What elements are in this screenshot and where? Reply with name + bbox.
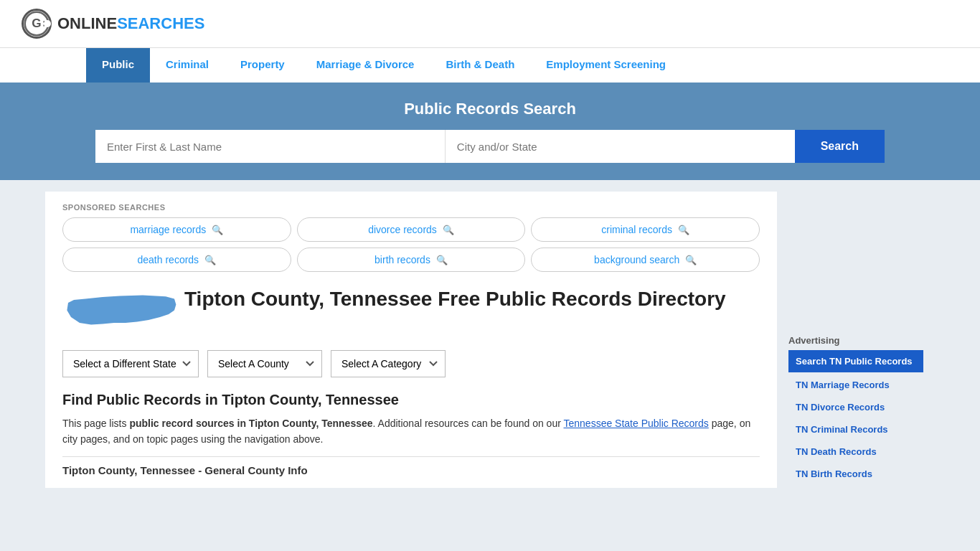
sidebar-link-birth[interactable]: TN Birth Records [788, 463, 923, 485]
general-info-title: Tipton County, Tennessee - General Count… [62, 464, 760, 476]
logo-online: ONLINE [57, 14, 117, 32]
sponsored-label-divorce: divorce records [368, 224, 437, 235]
county-dropdown[interactable]: Select A County [207, 350, 322, 377]
sponsored-item-divorce[interactable]: divorce records 🔍 [297, 217, 526, 242]
sponsored-grid: marriage records 🔍 divorce records 🔍 cri… [62, 217, 760, 272]
content-area: SPONSORED SEARCHES marriage records 🔍 di… [45, 192, 777, 488]
logo: G ONLINESEARCHES [22, 9, 204, 39]
svg-text:G: G [32, 16, 41, 30]
location-input[interactable] [446, 130, 795, 163]
sidebar-link-divorce[interactable]: TN Divorce Records [788, 396, 923, 418]
search-icon-divorce: 🔍 [443, 225, 454, 235]
sponsored-label-marriage: marriage records [130, 224, 206, 235]
county-section: Tipton County, Tennessee Free Public Rec… [62, 286, 760, 339]
state-dropdown[interactable]: Select a Different State [62, 350, 199, 377]
sponsored-label-death: death records [138, 254, 199, 265]
category-dropdown[interactable]: Select A Category [331, 350, 446, 377]
search-banner: Public Records Search Search [0, 83, 980, 180]
find-link[interactable]: Tennessee State Public Records [563, 418, 708, 429]
sidebar-link-death[interactable]: TN Death Records [788, 441, 923, 463]
sidebar-highlighted-link[interactable]: Search TN Public Records [788, 350, 923, 372]
nav-item-employment[interactable]: Employment Screening [530, 48, 682, 83]
find-text: This page lists public record sources in… [62, 415, 760, 448]
search-button[interactable]: Search [795, 130, 885, 163]
main-nav: Public Criminal Property Marriage & Divo… [0, 47, 980, 83]
sponsored-item-death[interactable]: death records 🔍 [62, 248, 291, 272]
search-form: Search [95, 130, 885, 163]
county-title-container: Tipton County, Tennessee Free Public Rec… [184, 286, 726, 312]
search-icon-birth: 🔍 [436, 255, 448, 265]
nav-item-public[interactable]: Public [86, 48, 150, 83]
main-layout: SPONSORED SEARCHES marriage records 🔍 di… [45, 180, 935, 499]
name-input[interactable] [95, 130, 446, 163]
sidebar-link-marriage[interactable]: TN Marriage Records [788, 374, 923, 396]
section-divider [62, 456, 760, 457]
state-map [62, 286, 170, 339]
sidebar-link-criminal[interactable]: TN Criminal Records [788, 418, 923, 441]
find-text-2: . Additional resources can be found on o… [373, 418, 564, 429]
sponsored-item-marriage[interactable]: marriage records 🔍 [62, 217, 291, 242]
search-icon-marriage: 🔍 [212, 225, 223, 235]
find-text-1: This page lists [62, 418, 129, 429]
logo-text: ONLINESEARCHES [57, 14, 204, 33]
find-title: Find Public Records in Tipton County, Te… [62, 392, 760, 408]
dropdowns-row: Select a Different State Select A County… [62, 350, 760, 377]
sponsored-label-criminal: criminal records [601, 224, 672, 235]
logo-icon: G [22, 9, 52, 39]
sponsored-item-birth[interactable]: birth records 🔍 [297, 248, 526, 272]
nav-item-property[interactable]: Property [225, 48, 301, 83]
sponsored-item-criminal[interactable]: criminal records 🔍 [531, 217, 760, 242]
sponsored-item-background[interactable]: background search 🔍 [531, 248, 760, 272]
nav-item-criminal[interactable]: Criminal [150, 48, 225, 83]
search-icon-criminal: 🔍 [678, 225, 689, 235]
county-title: Tipton County, Tennessee Free Public Rec… [184, 286, 726, 312]
search-banner-title: Public Records Search [22, 100, 958, 118]
nav-item-marriage[interactable]: Marriage & Divorce [301, 48, 430, 83]
header: G ONLINESEARCHES [0, 0, 980, 47]
svg-point-2 [42, 21, 49, 27]
nav-item-birth[interactable]: Birth & Death [430, 48, 530, 83]
search-icon-death: 🔍 [204, 255, 216, 265]
logo-searches: SEARCHES [117, 14, 204, 32]
advertising-label: Advertising [788, 335, 923, 346]
sponsored-label: SPONSORED SEARCHES [62, 203, 760, 212]
search-icon-background: 🔍 [685, 255, 697, 265]
find-text-bold: public record sources in Tipton County, … [129, 418, 372, 429]
sponsored-label-background: background search [594, 254, 679, 265]
sidebar: Advertising Search TN Public Records TN … [777, 192, 935, 488]
sponsored-label-birth: birth records [374, 254, 430, 265]
